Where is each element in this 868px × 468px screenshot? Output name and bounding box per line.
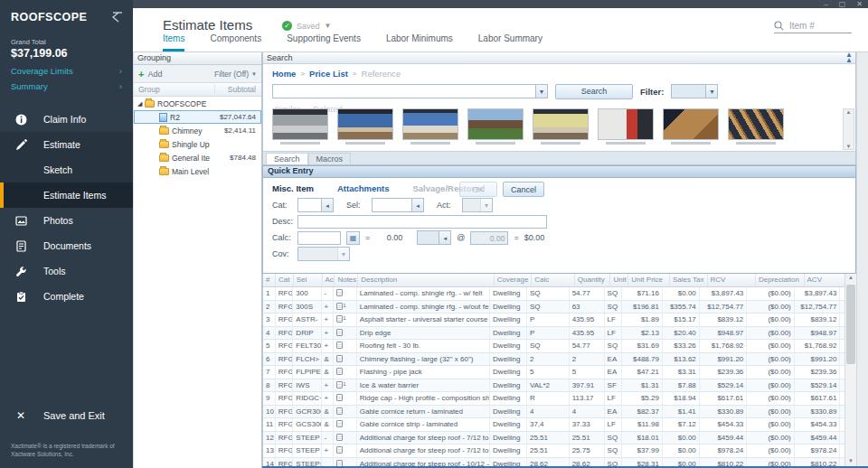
table-row-item-2[interactable]: 2RFG300S+1Laminated - comp. shingle rfg.… [263, 301, 856, 314]
column-header-sel[interactable]: Sel [294, 274, 323, 286]
column-header-quantity[interactable]: Quantity [575, 274, 611, 286]
grouping-col-group[interactable]: Group [134, 85, 214, 94]
column-header-calc[interactable]: Calc [532, 274, 575, 286]
thumbnail-interior-yellow-room[interactable] [533, 108, 589, 140]
search-button[interactable]: Search [555, 84, 633, 99]
thumbnail-interior-blue-room[interactable] [337, 108, 393, 140]
result-tab-macros[interactable]: Macros [308, 153, 352, 164]
thumbnail-wood-subfloor-closeup[interactable] [663, 108, 719, 140]
table-row-item-1[interactable]: 1RFG300-Laminated - comp. shingle rfg. -… [263, 287, 856, 301]
grouping-row-roofscope[interactable]: ◢ROOFSCOPE [134, 97, 261, 110]
tab-components[interactable]: Components [210, 33, 261, 51]
breadcrumb-price-list[interactable]: Price List [309, 69, 348, 79]
minimize-button[interactable]: – [824, 1, 827, 8]
column-header-sales-tax[interactable]: Sales Tax [670, 274, 708, 286]
note-icon[interactable] [336, 355, 343, 362]
table-row-item-4[interactable]: 4RFGDRIP+Drip edgeDwellingP435.95LF$2.13… [263, 327, 856, 341]
table-row-item-12[interactable]: 12RFGSTEEP-Additional charge for steep r… [263, 432, 856, 445]
grouping-row-r2[interactable]: R2$27,047.64 [134, 110, 261, 124]
grouping-filter-dropdown[interactable]: Filter (Off) ▼ [214, 70, 257, 79]
cat-input[interactable]: ◂ [297, 198, 334, 212]
tab-labor-summary[interactable]: Labor Summary [478, 33, 542, 51]
caret-down-icon[interactable]: ◂ [439, 231, 450, 244]
column-header-coverage[interactable]: Coverage [495, 274, 533, 286]
table-row-item-5[interactable]: 5RFGFELT30+Roofing felt - 30 lb.Dwelling… [263, 340, 856, 353]
tab-supporting-events[interactable]: Supporting Events [287, 33, 361, 51]
note-icon[interactable] [336, 329, 343, 336]
thumbnail-interior-gray-room[interactable] [272, 108, 328, 140]
column-header-description[interactable]: Description [358, 274, 494, 286]
saved-status[interactable]: ✓ Saved ▼ [282, 21, 331, 31]
sidebar-item-estimate[interactable]: Estimate [0, 132, 133, 157]
table-row-item-6[interactable]: 6RFGFLCH>&Chimney flashing - large (32" … [263, 353, 856, 367]
calc-input[interactable] [297, 231, 341, 245]
table-row-item-10[interactable]: 10RFGGCR300&Gable cornice return - lamin… [263, 406, 856, 419]
cancel-button[interactable]: Cancel [503, 182, 544, 197]
grouping-add-button[interactable]: + Add [138, 69, 162, 80]
ok-button[interactable]: OK [459, 182, 497, 197]
column-header-#[interactable]: # [263, 274, 276, 286]
note-icon[interactable] [336, 446, 343, 454]
column-header-depreciation[interactable]: Depreciation [756, 274, 804, 286]
result-tab-search[interactable]: Search [266, 153, 308, 164]
breadcrumb-home[interactable]: Home [272, 69, 296, 79]
sidebar-item-sketch[interactable]: Sketch [0, 157, 133, 183]
note-icon[interactable] [336, 368, 343, 375]
tree-expand-icon[interactable]: ◢ [137, 100, 145, 108]
calculator-icon[interactable]: ▦ [346, 231, 360, 245]
table-row-item-9[interactable]: 9RFGRIDGC++Ridge cap - High profile - co… [263, 392, 856, 406]
collapse-panel-icon[interactable]: ▲▲ [845, 52, 852, 63]
tab-labor-minimums[interactable]: Labor Minimums [386, 33, 453, 51]
desc-input[interactable] [297, 215, 547, 229]
note-icon[interactable] [336, 434, 343, 441]
tab-attachments[interactable]: Attachments [337, 183, 390, 193]
sidebar-link-summary[interactable]: Summary › [0, 79, 133, 94]
search-combobox[interactable]: ▼ [272, 84, 548, 98]
note-icon[interactable] [336, 420, 343, 427]
note-icon[interactable] [336, 407, 343, 415]
filter-dropdown[interactable]: ▼ [671, 84, 718, 98]
thumbnail-interior-red-white-room[interactable] [598, 108, 654, 140]
table-row-item-7[interactable]: 7RFGFLPIPE&Flashing - pipe jackDwelling5… [263, 366, 856, 379]
grouping-row-chimney[interactable]: Chimney$2,414.11 [134, 124, 261, 137]
note-icon[interactable] [336, 289, 343, 296]
column-header-rcv[interactable]: RCV [708, 274, 756, 286]
tab-misc-item[interactable]: Misc. Item [272, 183, 314, 193]
sidebar-collapse-icon[interactable] [109, 12, 124, 23]
table-scrollbar[interactable]: ▲ ▼ [844, 274, 856, 468]
save-and-exit-button[interactable]: ✕ Save and Exit [0, 403, 133, 428]
grouping-row-general-items[interactable]: General Items$784.48 [134, 151, 261, 164]
table-row-item-11[interactable]: 11RFGGCS300&Gable cornice strip - lamina… [263, 418, 856, 432]
note-icon[interactable] [336, 394, 343, 401]
column-header-unit-price[interactable]: Unit Price [628, 274, 670, 286]
scroll-up-icon[interactable]: ▲ [846, 109, 852, 115]
caret-down-icon[interactable]: ▼ [535, 85, 547, 98]
caret-down-icon[interactable]: ▼ [705, 85, 717, 98]
caret-down-icon[interactable]: ◂ [411, 199, 423, 211]
column-header-unit[interactable]: Unit [610, 274, 628, 286]
scroll-up-icon[interactable]: ▲ [845, 275, 856, 284]
sidebar-link-coverage-limits[interactable]: Coverage Limits › [0, 63, 133, 79]
maximize-button[interactable]: ▢ [839, 1, 846, 8]
column-header-notes[interactable]: Notes [335, 274, 358, 286]
item-number-search[interactable]: Item # [774, 21, 852, 33]
column-header-cat[interactable]: Cat [276, 274, 294, 286]
thumbnail-scrollbar[interactable]: ▲ ▼ [843, 108, 854, 150]
sidebar-item-estimate-items[interactable]: Estimate Items [0, 183, 133, 208]
calc-unit-dropdown[interactable]: ◂ [417, 230, 451, 245]
thumbnail-interior-blue-room-2[interactable] [402, 108, 458, 140]
caret-down-icon[interactable]: ◂ [321, 199, 333, 211]
note-icon[interactable] [336, 342, 343, 349]
sel-input[interactable]: ◂ [372, 198, 424, 212]
grouping-row-main-level[interactable]: Main Level [134, 164, 261, 178]
sidebar-item-photos[interactable]: Photos [0, 208, 133, 233]
table-row-item-8[interactable]: 8RFGIWS+1Ice & water barrierDwellingVAL*… [263, 379, 856, 393]
sidebar-item-tools[interactable]: Tools [0, 258, 133, 284]
table-row-item-3[interactable]: 3RFGASTR-+1Asphalt starter - universal s… [263, 314, 856, 327]
sidebar-item-complete[interactable]: Complete [0, 284, 133, 309]
grouping-col-subtotal[interactable]: Subtotal [214, 85, 261, 94]
tab-items[interactable]: Items [163, 33, 184, 51]
grouping-row-shingle-upgrades[interactable]: Shingle Upgrades [134, 137, 261, 151]
table-row-item-13[interactable]: 13RFGSTEEP+Additional charge for steep r… [263, 445, 856, 458]
scrollbar-thumb[interactable] [846, 285, 855, 364]
